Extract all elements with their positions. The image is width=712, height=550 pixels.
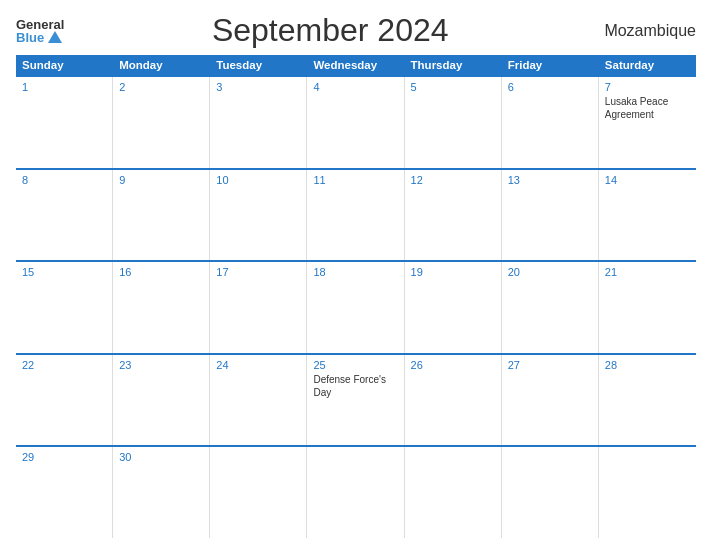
- calendar-day-header: Friday: [502, 55, 599, 75]
- calendar-body: 1234567Lusaka Peace Agreement89101112131…: [16, 75, 696, 538]
- calendar-cell: [210, 447, 307, 538]
- calendar-cell: 23: [113, 355, 210, 446]
- calendar-cell: 17: [210, 262, 307, 353]
- day-number: 24: [216, 359, 300, 371]
- day-number: 22: [22, 359, 106, 371]
- day-number: 8: [22, 174, 106, 186]
- logo-blue-text: Blue: [16, 31, 62, 44]
- event-text: Defense Force's Day: [313, 374, 386, 398]
- calendar-cell: 8: [16, 170, 113, 261]
- day-number: 3: [216, 81, 300, 93]
- calendar-header-row: SundayMondayTuesdayWednesdayThursdayFrid…: [16, 55, 696, 75]
- day-number: 13: [508, 174, 592, 186]
- calendar-cell: 15: [16, 262, 113, 353]
- calendar-cell: 5: [405, 77, 502, 168]
- calendar-cell: 16: [113, 262, 210, 353]
- calendar-cell: 10: [210, 170, 307, 261]
- logo-general-text: General: [16, 18, 64, 31]
- calendar-day-header: Wednesday: [307, 55, 404, 75]
- calendar-week-row: 1234567Lusaka Peace Agreement: [16, 75, 696, 168]
- day-number: 16: [119, 266, 203, 278]
- calendar-cell: 29: [16, 447, 113, 538]
- calendar-day-header: Sunday: [16, 55, 113, 75]
- day-number: 9: [119, 174, 203, 186]
- calendar: SundayMondayTuesdayWednesdayThursdayFrid…: [16, 55, 696, 538]
- calendar-cell: 9: [113, 170, 210, 261]
- calendar-cell: 19: [405, 262, 502, 353]
- event-text: Lusaka Peace Agreement: [605, 96, 668, 120]
- calendar-title: September 2024: [64, 12, 596, 49]
- calendar-cell: 30: [113, 447, 210, 538]
- calendar-cell: 26: [405, 355, 502, 446]
- calendar-cell: 24: [210, 355, 307, 446]
- day-number: 15: [22, 266, 106, 278]
- day-number: 20: [508, 266, 592, 278]
- calendar-cell: 4: [307, 77, 404, 168]
- calendar-cell: 11: [307, 170, 404, 261]
- calendar-cell: 22: [16, 355, 113, 446]
- calendar-week-row: 2930: [16, 445, 696, 538]
- calendar-cell: 25Defense Force's Day: [307, 355, 404, 446]
- day-number: 5: [411, 81, 495, 93]
- calendar-cell: [502, 447, 599, 538]
- day-number: 26: [411, 359, 495, 371]
- calendar-day-header: Tuesday: [210, 55, 307, 75]
- country-name: Mozambique: [596, 22, 696, 40]
- calendar-cell: 2: [113, 77, 210, 168]
- day-number: 19: [411, 266, 495, 278]
- calendar-cell: 21: [599, 262, 696, 353]
- day-number: 30: [119, 451, 203, 463]
- calendar-day-header: Monday: [113, 55, 210, 75]
- calendar-day-header: Saturday: [599, 55, 696, 75]
- day-number: 21: [605, 266, 690, 278]
- day-number: 2: [119, 81, 203, 93]
- calendar-cell: 27: [502, 355, 599, 446]
- day-number: 12: [411, 174, 495, 186]
- day-number: 7: [605, 81, 690, 93]
- day-number: 14: [605, 174, 690, 186]
- calendar-cell: 3: [210, 77, 307, 168]
- calendar-cell: [405, 447, 502, 538]
- calendar-cell: 6: [502, 77, 599, 168]
- day-number: 29: [22, 451, 106, 463]
- calendar-cell: 13: [502, 170, 599, 261]
- day-number: 11: [313, 174, 397, 186]
- calendar-cell: 1: [16, 77, 113, 168]
- calendar-day-header: Thursday: [405, 55, 502, 75]
- day-number: 17: [216, 266, 300, 278]
- calendar-week-row: 891011121314: [16, 168, 696, 261]
- calendar-week-row: 15161718192021: [16, 260, 696, 353]
- day-number: 23: [119, 359, 203, 371]
- logo: General Blue: [16, 18, 64, 44]
- calendar-cell: [307, 447, 404, 538]
- logo-triangle-icon: [48, 31, 62, 43]
- day-number: 25: [313, 359, 397, 371]
- calendar-cell: 18: [307, 262, 404, 353]
- calendar-cell: 14: [599, 170, 696, 261]
- day-number: 18: [313, 266, 397, 278]
- day-number: 4: [313, 81, 397, 93]
- calendar-week-row: 22232425Defense Force's Day262728: [16, 353, 696, 446]
- calendar-cell: [599, 447, 696, 538]
- day-number: 1: [22, 81, 106, 93]
- calendar-cell: 20: [502, 262, 599, 353]
- calendar-cell: 12: [405, 170, 502, 261]
- calendar-cell: 28: [599, 355, 696, 446]
- page-header: General Blue September 2024 Mozambique: [16, 12, 696, 49]
- day-number: 27: [508, 359, 592, 371]
- day-number: 10: [216, 174, 300, 186]
- day-number: 28: [605, 359, 690, 371]
- calendar-cell: 7Lusaka Peace Agreement: [599, 77, 696, 168]
- day-number: 6: [508, 81, 592, 93]
